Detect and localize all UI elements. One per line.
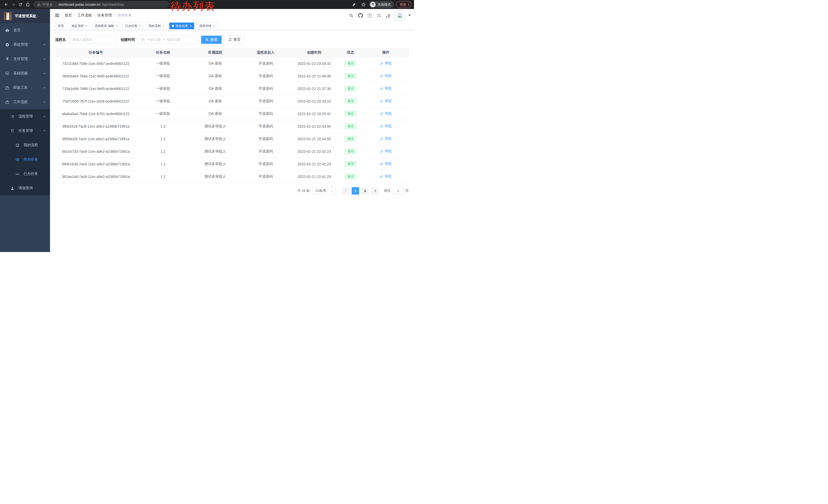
approve-label: 审批 [384, 74, 392, 78]
approve-button[interactable]: 审批 [380, 86, 392, 91]
breadcrumb-task-mgmt[interactable]: 任务管理 [97, 13, 112, 18]
browser-update-button[interactable]: 更新 [396, 1, 411, 8]
app-logo[interactable]: 芋道管理系统 [0, 9, 50, 23]
breadcrumb-workflow[interactable]: 工作流程 [78, 13, 92, 18]
process-starter: 芋道源码 [258, 86, 273, 91]
browser-reload-button[interactable] [17, 1, 24, 8]
next-page-button[interactable] [371, 187, 379, 194]
briefcase-icon [5, 100, 9, 104]
approve-button[interactable]: 审批 [380, 136, 392, 141]
tab-label: 首页 [58, 24, 64, 28]
sidebar-item-payment[interactable]: ¥ 支付管理 [0, 52, 50, 66]
process-starter: 芋道源码 [258, 174, 273, 178]
chevron-down-icon [43, 43, 46, 46]
browser-back-button[interactable] [3, 1, 10, 8]
sidebar-item-done-task[interactable]: 已办任务 [0, 167, 50, 181]
close-icon[interactable]: × [116, 24, 118, 28]
page-size-select[interactable]: 10条/页 [312, 187, 335, 194]
help-icon[interactable] [366, 11, 373, 19]
approve-label: 审批 [384, 99, 392, 103]
search-button[interactable]: 搜索 [201, 36, 222, 44]
process-name: OA 请假 [209, 111, 222, 116]
status-badge: 激活 [344, 174, 356, 179]
create-time: 2022-01-22 18:25:41 [297, 112, 331, 116]
process-starter: 芋道源码 [258, 124, 273, 128]
sidebar-item-process-mgmt[interactable]: 流程管理 [0, 109, 50, 124]
sidebar-item-task-mgmt[interactable]: 任务管理 [0, 124, 50, 138]
approve-button[interactable]: 审批 [380, 61, 392, 65]
create-time: 2022-01-21 22:42:23 [297, 162, 331, 166]
tab-我的流程[interactable]: 我的流程× [146, 22, 167, 29]
tab-待办任务[interactable]: 待办任务× [169, 22, 194, 29]
process-name-input[interactable]: 请输入流程名 [69, 35, 116, 44]
calendar-icon [141, 38, 145, 42]
approve-button[interactable]: 审批 [380, 111, 392, 116]
approve-button[interactable]: 审批 [380, 124, 392, 129]
browser-forward-button[interactable] [10, 1, 17, 8]
active-tab-dot [172, 25, 174, 27]
date-range-input[interactable]: 开始日期 - 结束日期 [138, 35, 198, 44]
sidebar-item-leave-query[interactable]: 请假查询 [0, 181, 50, 195]
address-bar[interactable]: 不安全 dashboard.yudao.iocoder.cn/bpm/task/… [33, 1, 169, 8]
sidebar-item-my-process[interactable]: 我的流程 [0, 138, 50, 152]
bookmark-star-icon[interactable] [360, 1, 367, 8]
close-icon[interactable]: × [163, 24, 164, 28]
status-badge: 激活 [344, 86, 356, 92]
sidebar-item-todo-task[interactable]: 待办任务 [0, 152, 50, 167]
tab-首页[interactable]: 首页 [55, 22, 67, 29]
close-icon[interactable]: × [85, 24, 87, 28]
breadcrumb-home[interactable]: 首页 [65, 13, 72, 18]
tab-流程表单-编辑[interactable]: 流程表单-编辑× [92, 22, 120, 29]
goto-page-input[interactable] [393, 187, 404, 194]
password-key-icon[interactable] [350, 1, 358, 8]
table-row: 725a1eb6-7b88-11ec-8ef0-acde48001122 一级审… [55, 82, 409, 95]
tab-已办任务[interactable]: 已办任务× [123, 22, 143, 29]
approve-button[interactable]: 审批 [380, 174, 392, 179]
process-starter: 芋道源码 [258, 137, 273, 141]
sidebar-item-label: 系统管理 [13, 42, 28, 47]
security-label: 不安全 [43, 2, 52, 7]
browser-menu-icon[interactable] [408, 3, 409, 6]
sidebar-item-infra[interactable]: 基础设施 [0, 66, 50, 81]
create-time: 2022-01-21 22:43:55 [297, 137, 331, 141]
total-count: 共 16 条 [297, 188, 309, 193]
approve-button[interactable]: 审批 [380, 149, 392, 153]
approve-button[interactable]: 审批 [380, 99, 392, 103]
sidebar-item-label: 支付管理 [13, 57, 28, 61]
tab-流程详情[interactable]: 流程详情× [197, 22, 217, 29]
page-button-1[interactable]: 1 [352, 187, 359, 194]
search-icon[interactable] [347, 11, 355, 19]
process-starter: 芋道源码 [258, 162, 273, 166]
sidebar-item-home[interactable]: 首页 [0, 23, 50, 37]
tab-发起流程[interactable]: 发起流程× [69, 22, 90, 29]
close-icon[interactable]: × [190, 24, 192, 28]
avatar-caret-icon[interactable] [408, 15, 411, 16]
create-time: 2022-01-22 21:37:30 [297, 87, 331, 91]
browser-home-button[interactable] [24, 1, 31, 8]
sidebar-item-label: 首页 [13, 28, 20, 33]
url-host: dashboard.yudao.iocoder.cn [58, 3, 100, 6]
incognito-badge: 无痕模式 [369, 1, 394, 8]
close-icon[interactable]: × [213, 24, 215, 28]
sidebar-item-system[interactable]: 系统管理 [0, 37, 50, 52]
fullscreen-icon[interactable] [375, 11, 383, 19]
sidebar-item-devtools[interactable]: 研发工具 [0, 81, 50, 95]
avatar[interactable] [395, 10, 405, 20]
prev-page-button[interactable] [342, 187, 349, 194]
close-icon[interactable]: × [139, 24, 141, 28]
approve-button[interactable]: 审批 [380, 162, 392, 166]
approve-button[interactable]: 审批 [380, 74, 392, 78]
sidebar-collapse-icon[interactable] [54, 12, 60, 19]
sidebar-item-workflow[interactable]: 工作流程 [0, 95, 50, 109]
page-button-2[interactable]: 2 [362, 187, 369, 194]
filter-form: 流程名 请输入流程名 创建时间 开始日期 - 结束日期 搜索 [55, 35, 409, 44]
process-name: OA 请假 [209, 74, 222, 78]
reset-button[interactable]: 重置 [224, 36, 245, 44]
create-time: 2022-01-22 23:53:32 [297, 61, 331, 65]
process-name: 测试多审批人 [204, 174, 226, 178]
goto-label: 前往 [384, 188, 391, 193]
github-icon[interactable] [357, 11, 364, 19]
process-starter: 芋道源码 [258, 99, 273, 103]
font-size-icon[interactable] [384, 11, 392, 19]
chevron-down-icon [43, 57, 46, 60]
